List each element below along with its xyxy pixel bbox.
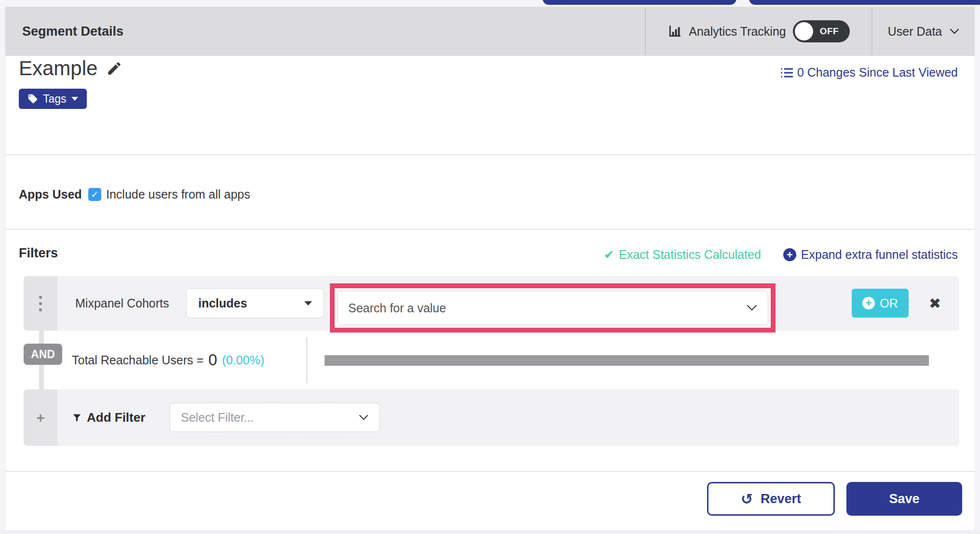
add-filter-plus-handle[interactable]: + <box>24 389 57 446</box>
plus-circle-icon: + <box>783 248 796 261</box>
edit-pencil-icon[interactable] <box>106 60 122 77</box>
filter-field-label: Mixpanel Cohorts <box>75 276 169 331</box>
reachable-users-value: 0 <box>208 351 217 369</box>
and-badge: AND <box>24 344 62 365</box>
value-select-placeholder: Search for a value <box>348 301 446 315</box>
reachable-users-percent: (0.00%) <box>222 353 264 367</box>
include-all-apps-label: Include users from all apps <box>106 187 250 201</box>
top-tab-right[interactable] <box>749 0 980 5</box>
bottom-strip <box>0 530 980 534</box>
exact-statistics-label: Exact Statistics Calculated <box>619 248 761 262</box>
save-button[interactable]: Save <box>846 482 962 516</box>
drag-handle[interactable] <box>24 276 57 331</box>
divider <box>5 471 975 472</box>
add-or-condition-button[interactable]: + OR <box>852 289 909 318</box>
operator-value: includes <box>198 296 247 310</box>
chevron-down-icon <box>747 305 757 311</box>
reachable-users-label: Total Reachable Users = <box>72 353 204 367</box>
toggle-state-label: OFF <box>820 20 839 42</box>
check-icon: ✔ <box>604 248 614 262</box>
drag-dot <box>39 296 42 299</box>
and-summary-row: AND Total Reachable Users = 0 (0.00%) <box>5 331 975 389</box>
caret-down-icon <box>71 97 78 101</box>
select-filter-placeholder: Select Filter... <box>181 411 254 425</box>
segment-details-panel: Segment Details Analytics Tracking OFF <box>5 7 975 534</box>
analytics-tracking-toggle[interactable]: OFF <box>793 20 850 42</box>
revert-button-label: Revert <box>761 492 801 507</box>
operator-select[interactable]: includes <box>186 288 324 318</box>
toggle-knob <box>795 22 813 40</box>
revert-icon: ↺ <box>741 491 753 507</box>
expand-funnel-statistics-link[interactable]: + Expand extra funnel statistics <box>783 248 958 262</box>
funnel-icon <box>72 413 82 423</box>
highlighted-region: Search for a value <box>330 283 776 333</box>
add-filter-row: + Add Filter Select Filter... <box>24 389 959 446</box>
value-search-select[interactable]: Search for a value <box>337 291 768 325</box>
include-all-apps-checkbox[interactable]: ✓ <box>88 188 101 201</box>
page-title: Segment Details <box>22 24 123 39</box>
add-filter-label: Add Filter <box>87 410 145 425</box>
expand-funnel-statistics-label: Expand extra funnel statistics <box>801 248 958 262</box>
reachable-users-progress-bar <box>325 355 929 366</box>
drag-dot <box>39 308 42 311</box>
user-data-label: User Data <box>888 25 942 39</box>
divider <box>5 229 975 230</box>
tags-button-label: Tags <box>43 93 67 106</box>
divider <box>306 337 307 383</box>
bar-chart-icon <box>667 24 682 39</box>
caret-down-icon <box>304 301 312 306</box>
top-tab-left[interactable] <box>543 0 736 5</box>
divider <box>5 154 975 155</box>
or-button-label: OR <box>880 296 898 310</box>
filters-heading: Filters <box>19 246 58 261</box>
remove-filter-button[interactable]: ✖ <box>929 276 941 331</box>
chevron-down-icon <box>950 28 959 35</box>
segment-name: Example <box>19 57 97 80</box>
top-tab-strip <box>0 0 980 7</box>
changes-since-last-viewed-link[interactable]: 0 Changes Since Last Viewed <box>780 66 958 80</box>
tag-icon <box>27 93 38 104</box>
analytics-tracking-label: Analytics Tracking <box>689 25 786 39</box>
list-icon <box>780 67 793 79</box>
changes-link-label: 0 Changes Since Last Viewed <box>797 66 958 80</box>
plus-circle-icon: + <box>862 297 875 309</box>
select-filter-dropdown[interactable]: Select Filter... <box>169 402 380 432</box>
analytics-tracking-section: Analytics Tracking OFF <box>645 7 871 56</box>
panel-header: Segment Details Analytics Tracking OFF <box>5 7 975 56</box>
chevron-down-icon <box>359 414 368 421</box>
drag-dot <box>39 302 42 305</box>
apps-used-label: Apps Used <box>19 187 88 201</box>
exact-statistics-status: ✔ Exact Statistics Calculated <box>604 248 761 262</box>
user-data-dropdown[interactable]: User Data <box>871 7 975 56</box>
tags-button[interactable]: Tags <box>19 89 87 109</box>
revert-button[interactable]: ↺ Revert <box>707 482 835 516</box>
filter-row: Mixpanel Cohorts includes Search for a v… <box>24 276 959 331</box>
